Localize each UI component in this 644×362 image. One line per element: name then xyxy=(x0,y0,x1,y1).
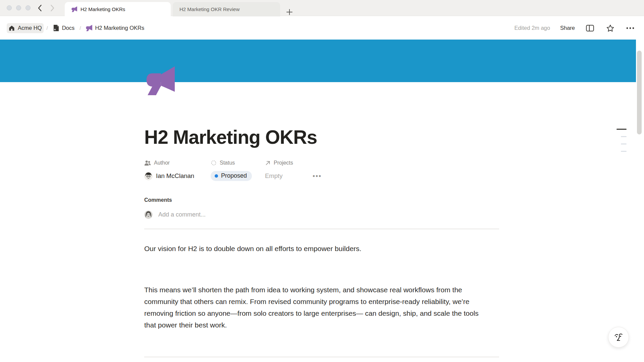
breadcrumb-label: Docs xyxy=(62,25,75,31)
header-actions: Edited 2m ago Share xyxy=(515,23,635,33)
star-icon xyxy=(606,24,614,32)
megaphone-icon xyxy=(71,6,77,12)
outline-line-current xyxy=(616,129,627,130)
avatar xyxy=(144,172,153,180)
divider xyxy=(144,229,499,229)
window-minimize-button[interactable] xyxy=(16,5,21,10)
window-zoom-button[interactable] xyxy=(25,5,31,10)
breadcrumb-item-current-page[interactable]: H2 Marketing OKRs xyxy=(84,23,146,33)
user-avatar-self xyxy=(144,210,153,219)
avatar xyxy=(144,210,153,219)
scrollbar-thumb[interactable] xyxy=(637,51,642,134)
outline-line xyxy=(621,143,627,144)
user-avatar-ian xyxy=(144,172,153,180)
paragraph-block[interactable]: This means we’ll shorten the path from i… xyxy=(144,284,491,331)
property-label-text: Status xyxy=(220,160,235,166)
app-window: H2 Marketing OKRs H2 Marketing OKR Revie… xyxy=(0,0,644,362)
document-content: H2 Marketing OKRs Author xyxy=(144,82,500,357)
window-controls xyxy=(7,5,31,10)
breadcrumb-separator: / xyxy=(79,25,81,31)
window-close-button[interactable] xyxy=(7,5,12,10)
back-button[interactable] xyxy=(35,4,44,12)
property-author-label[interactable]: Author xyxy=(144,158,211,168)
page-properties: Author Ian McClanan xyxy=(144,158,500,182)
property-projects-value[interactable]: Empty xyxy=(265,170,311,182)
author-name: Ian McClanan xyxy=(156,172,194,180)
tab-strip: H2 Marketing OKRs H2 Marketing OKR Revie… xyxy=(65,0,293,16)
ellipsis-icon xyxy=(626,27,634,29)
forward-button[interactable] xyxy=(48,4,57,12)
add-comment-row[interactable]: Add a comment... xyxy=(144,210,500,219)
breadcrumb-label: Acme HQ xyxy=(18,25,42,31)
chevron-right-icon xyxy=(51,5,54,11)
spinner-icon xyxy=(211,160,217,166)
doc-icon xyxy=(53,24,59,32)
property-status: Status Proposed xyxy=(211,158,265,182)
property-label-text: Author xyxy=(154,160,170,166)
titlebar: H2 Marketing OKRs H2 Marketing OKR Revie… xyxy=(0,0,644,16)
breadcrumb-separator: / xyxy=(47,25,48,31)
cover-banner[interactable] xyxy=(0,40,636,82)
plus-icon xyxy=(286,9,293,15)
arrow-up-right-icon xyxy=(265,160,271,166)
page-title[interactable]: H2 Marketing OKRs xyxy=(144,126,500,148)
home-icon xyxy=(8,25,15,32)
property-projects: Projects Empty xyxy=(265,158,311,182)
property-status-value[interactable]: Proposed xyxy=(211,170,265,182)
more-options-button[interactable] xyxy=(625,23,635,33)
chevron-left-icon xyxy=(38,5,42,11)
status-text: Proposed xyxy=(221,172,247,179)
favorite-button[interactable] xyxy=(605,23,615,33)
megaphone-icon xyxy=(146,66,175,95)
tab-h2-marketing-okr-review[interactable]: H2 Marketing OKR Review xyxy=(173,2,280,16)
people-icon xyxy=(144,160,151,166)
page-icon-button[interactable] xyxy=(146,66,175,95)
megaphone-icon xyxy=(86,25,92,31)
share-button[interactable]: Share xyxy=(560,25,575,31)
tab-label: H2 Marketing OKR Review xyxy=(179,6,239,12)
breadcrumb-label: H2 Marketing OKRs xyxy=(95,25,144,31)
ai-face-icon xyxy=(612,331,625,343)
property-projects-label[interactable]: Projects xyxy=(265,158,311,168)
properties-more-button[interactable]: ••• xyxy=(311,170,322,182)
new-tab-button[interactable] xyxy=(286,9,293,15)
property-author: Author Ian McClanan xyxy=(144,158,211,182)
comments-section-label: Comments xyxy=(144,197,500,203)
page-header: Acme HQ / Docs / H2 Marketing OKRs Edite… xyxy=(0,16,644,40)
sidebar-toggle-icon xyxy=(586,25,594,32)
toggle-sidebar-button[interactable] xyxy=(585,23,595,33)
breadcrumb-item-home[interactable]: Acme HQ xyxy=(7,23,44,33)
property-label-text: Projects xyxy=(274,160,293,166)
outline-indicator[interactable] xyxy=(616,129,627,152)
add-comment-input[interactable]: Add a comment... xyxy=(158,211,206,218)
ai-assistant-button[interactable] xyxy=(608,327,629,348)
outline-line xyxy=(621,151,627,152)
breadcrumb-item-docs[interactable]: Docs xyxy=(51,23,77,33)
status-badge[interactable]: Proposed xyxy=(211,171,252,181)
edited-timestamp: Edited 2m ago xyxy=(515,25,550,31)
breadcrumb: Acme HQ / Docs / H2 Marketing OKRs xyxy=(7,23,146,33)
property-status-label[interactable]: Status xyxy=(211,158,265,168)
tab-label: H2 Marketing OKRs xyxy=(80,6,125,12)
status-dot xyxy=(215,174,218,178)
paragraph-block[interactable]: Our vision for H2 is to double down on a… xyxy=(144,243,491,254)
property-author-value[interactable]: Ian McClanan xyxy=(144,170,211,182)
tab-h2-marketing-okrs[interactable]: H2 Marketing OKRs xyxy=(65,2,171,16)
outline-line xyxy=(621,136,627,137)
divider xyxy=(144,357,499,357)
